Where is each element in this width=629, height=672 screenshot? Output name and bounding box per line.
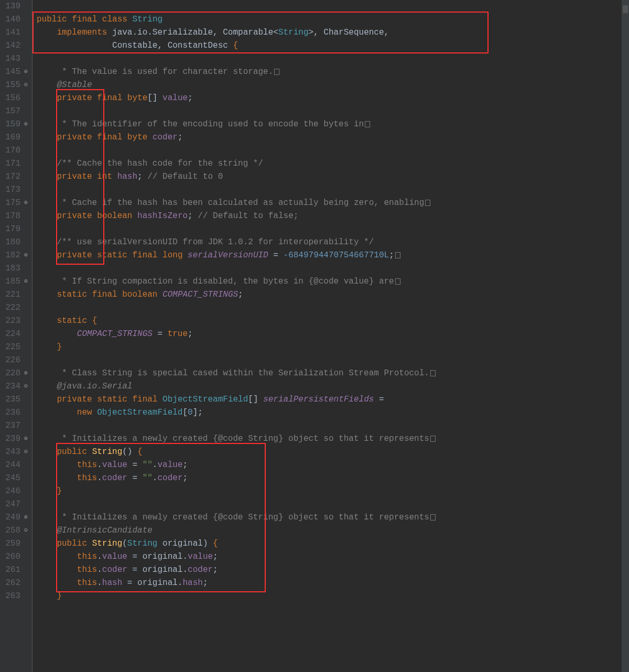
param-original: original — [143, 565, 183, 575]
code-line: Constable, ConstantDesc { — [37, 39, 622, 52]
fold-collapse-icon[interactable]: ⊖ — [21, 79, 28, 92]
line-number[interactable]: 235 — [2, 393, 28, 406]
line-number[interactable]: 239⊕ — [2, 432, 28, 446]
fold-expand-icon[interactable]: ⊕ — [21, 249, 28, 262]
line-number[interactable]: 175⊕ — [2, 197, 28, 210]
fold-marker-icon[interactable] — [430, 436, 436, 442]
line-number[interactable]: 246 — [2, 485, 28, 498]
code-line: * If String compaction is disabled, the … — [37, 275, 622, 288]
line-number[interactable]: 140 — [2, 13, 28, 26]
line-number[interactable]: 141 — [2, 26, 28, 39]
line-number[interactable]: 178 — [2, 210, 28, 223]
fold-expand-icon[interactable]: ⊕ — [21, 197, 28, 210]
line-number[interactable]: 173 — [2, 183, 28, 197]
line-number[interactable]: 234⊖ — [2, 380, 28, 393]
line-number[interactable]: 223 — [2, 315, 28, 328]
number-literal: -6849794470754667710L — [284, 251, 389, 260]
type-ObjectStreamField: ObjectStreamField — [162, 395, 248, 404]
line-number[interactable]: 169 — [2, 131, 28, 144]
line-number[interactable]: 224 — [2, 328, 28, 341]
fold-collapse-icon[interactable]: ⊖ — [21, 446, 28, 459]
code-line: this.value = "".value; — [37, 459, 622, 472]
field-hash: hash — [117, 172, 137, 181]
line-number[interactable]: 262 — [2, 577, 28, 590]
line-number[interactable]: 237 — [2, 419, 28, 432]
keyword-final: final — [92, 290, 117, 299]
line-number[interactable]: 171 — [2, 157, 28, 170]
comment: * Initializes a newly created {@code Str… — [57, 513, 429, 522]
code-line: COMPACT_STRINGS = true; — [37, 328, 622, 341]
fold-expand-icon[interactable]: ⊕ — [21, 275, 28, 288]
line-number[interactable]: 182⊕ — [2, 249, 28, 262]
line-number[interactable]: 263 — [2, 590, 28, 603]
line-number[interactable]: 261 — [2, 563, 28, 577]
line-number[interactable]: 156 — [2, 92, 28, 105]
line-number[interactable]: 172 — [2, 170, 28, 183]
code-line — [37, 498, 622, 511]
line-number[interactable]: 244 — [2, 459, 28, 472]
fold-expand-icon[interactable]: ⊕ — [21, 66, 28, 79]
vertical-scrollbar[interactable] — [622, 0, 629, 672]
line-number[interactable]: 249⊕ — [2, 511, 28, 524]
line-number[interactable]: 245 — [2, 472, 28, 485]
fold-marker-icon[interactable] — [365, 121, 370, 127]
line-number[interactable]: 157 — [2, 105, 28, 118]
fold-expand-icon[interactable]: ⊕ — [21, 432, 28, 446]
code-line: public String(String original) { — [37, 537, 622, 550]
line-number[interactable]: 258⊖ — [2, 524, 28, 537]
line-number[interactable]: 143 — [2, 52, 28, 66]
line-number[interactable]: 259 — [2, 537, 28, 550]
line-number[interactable]: 159⊕ — [2, 118, 28, 131]
scroll-thumb[interactable] — [623, 5, 628, 13]
code-line — [37, 183, 622, 197]
line-number[interactable]: 185⊕ — [2, 275, 28, 288]
line-number[interactable]: 145⊕ — [2, 66, 28, 79]
line-number[interactable]: 139 — [2, 0, 28, 13]
keyword-public: public — [57, 447, 87, 457]
param-original: original — [137, 578, 178, 588]
field-value: value — [102, 552, 127, 561]
fold-marker-icon[interactable] — [430, 370, 436, 376]
fold-marker-icon[interactable] — [395, 252, 400, 258]
line-number[interactable]: 183 — [2, 262, 28, 275]
fold-marker-icon[interactable] — [274, 69, 279, 75]
line-number[interactable]: 228⊕ — [2, 367, 28, 380]
constructor-String: String — [92, 539, 123, 548]
line-number[interactable]: 236 — [2, 406, 28, 419]
line-number[interactable]: 170 — [2, 144, 28, 157]
line-number[interactable]: 226 — [2, 354, 28, 367]
type-Comparable: Comparable — [223, 28, 273, 37]
field-serialPersistentFields: serialPersistentFields — [263, 395, 374, 404]
line-number[interactable]: 247 — [2, 498, 28, 511]
line-number[interactable]: 180 — [2, 236, 28, 249]
fold-collapse-icon[interactable]: ⊖ — [21, 380, 28, 393]
fold-marker-icon[interactable] — [425, 200, 430, 206]
line-number[interactable]: 221 — [2, 288, 28, 301]
line-number[interactable]: 179 — [2, 223, 28, 236]
line-number[interactable]: 225 — [2, 341, 28, 354]
line-number[interactable]: 142 — [2, 39, 28, 52]
code-line — [37, 223, 622, 236]
keyword-class: class — [102, 15, 127, 24]
comment: * Class String is special cased within t… — [57, 368, 429, 378]
fold-marker-icon[interactable] — [395, 278, 400, 285]
code-line: * Initializes a newly created {@code Str… — [37, 432, 622, 446]
code-line: this.hash = original.hash; — [37, 577, 622, 590]
fold-marker-icon[interactable] — [430, 514, 436, 521]
line-number[interactable]: 243⊖ — [2, 446, 28, 459]
code-area[interactable]: public final class String implements jav… — [32, 0, 622, 672]
code-line: @IntrinsicCandidate — [37, 524, 622, 537]
field-coder: coder — [102, 473, 127, 483]
keyword-this: this — [77, 460, 97, 470]
fold-expand-icon[interactable]: ⊕ — [21, 367, 28, 380]
field-coder: coder — [153, 133, 178, 142]
field-COMPACT_STRINGS: COMPACT_STRINGS — [77, 329, 153, 339]
line-number[interactable]: 155⊖ — [2, 79, 28, 92]
code-line: @java.io.Serial — [37, 380, 622, 393]
fold-expand-icon[interactable]: ⊕ — [21, 511, 28, 524]
field-coder: coder — [102, 565, 127, 575]
line-number[interactable]: 222 — [2, 301, 28, 315]
fold-collapse-icon[interactable]: ⊖ — [21, 524, 28, 537]
fold-expand-icon[interactable]: ⊕ — [21, 118, 28, 131]
line-number[interactable]: 260 — [2, 550, 28, 563]
